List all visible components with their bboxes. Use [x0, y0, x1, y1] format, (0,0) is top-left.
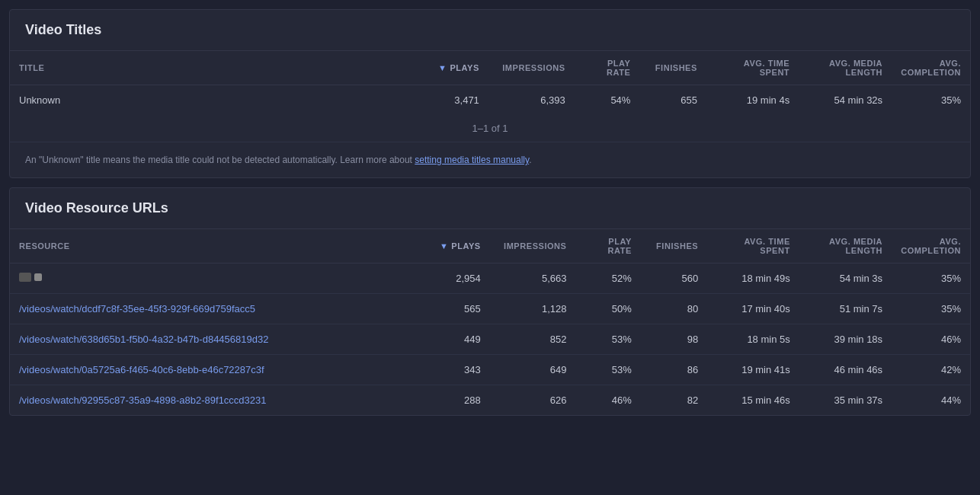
- video-titles-heading: Video Titles: [10, 10, 970, 51]
- cell-avg-media-length: 54 min 3s: [799, 263, 892, 294]
- cell-playrate: 50%: [576, 294, 641, 324]
- cell-avg-media-length: 54 min 32s: [799, 85, 892, 116]
- cell-impressions: 6,393: [488, 85, 575, 116]
- url-col-header-finishes: FINISHES: [641, 229, 707, 263]
- cell-avg-time-spent: 18 min 5s: [707, 324, 799, 355]
- table-row: /videos/watch/638d65b1-f5b0-4a32-b47b-d8…: [10, 324, 970, 355]
- cell-finishes: 655: [639, 85, 706, 116]
- cell-avg-time-spent: 17 min 40s: [707, 294, 799, 324]
- col-header-playrate: PLAY RATE: [575, 51, 640, 85]
- cell-avg-media-length: 35 min 37s: [799, 385, 892, 416]
- col-header-avg-media-length: AVG. MEDIA LENGTH: [799, 51, 892, 85]
- cell-impressions: 852: [490, 324, 576, 355]
- cell-playrate: 52%: [576, 263, 641, 294]
- cell-avg-completion: 46%: [892, 324, 970, 355]
- cell-avg-time-spent: 18 min 49s: [707, 263, 799, 294]
- cell-avg-time-spent: 19 min 4s: [706, 85, 799, 116]
- cell-impressions: 649: [490, 355, 576, 385]
- pagination-text: 1–1 of 1: [10, 115, 970, 142]
- cell-finishes: 82: [641, 385, 707, 416]
- cell-avg-completion: 35%: [892, 85, 970, 116]
- play-icon: [34, 273, 42, 281]
- cell-resource[interactable]: /videos/watch/638d65b1-f5b0-4a32-b47b-d8…: [10, 324, 415, 355]
- cell-plays: 565: [415, 294, 489, 324]
- cell-playrate: 54%: [575, 85, 640, 116]
- col-header-avg-time-spent: AVG. TIME SPENT: [706, 51, 799, 85]
- table-row: /videos/watch/92955c87-35a9-4898-a8b2-89…: [10, 385, 970, 416]
- cell-avg-completion: 44%: [892, 385, 970, 416]
- table-row: /videos/watch/dcdf7c8f-35ee-45f3-929f-66…: [10, 294, 970, 324]
- cell-playrate: 53%: [576, 324, 641, 355]
- cell-finishes: 560: [641, 263, 707, 294]
- col-header-plays[interactable]: ▼PLAYS: [414, 51, 488, 85]
- cell-avg-completion: 42%: [892, 355, 970, 385]
- cell-avg-media-length: 39 min 18s: [799, 324, 892, 355]
- cell-finishes: 98: [641, 324, 707, 355]
- video-titles-body: Unknown 3,471 6,393 54% 655 19 min 4s 54…: [10, 85, 970, 116]
- cell-avg-completion: 35%: [892, 263, 970, 294]
- video-titles-section: Video Titles TITLE ▼PLAYS IMPRESSIONS PL…: [9, 9, 971, 178]
- video-titles-header-row: TITLE ▼PLAYS IMPRESSIONS PLAY RATE FINIS…: [10, 51, 970, 85]
- cell-avg-time-spent: 15 min 46s: [707, 385, 799, 416]
- cell-plays: 343: [415, 355, 489, 385]
- sort-icon: ▼: [438, 63, 447, 72]
- cell-plays: 3,471: [414, 85, 488, 116]
- pagination-row: 1–1 of 1: [10, 115, 970, 142]
- cell-finishes: 80: [641, 294, 707, 324]
- cell-avg-media-length: 46 min 46s: [799, 355, 892, 385]
- video-titles-table: TITLE ▼PLAYS IMPRESSIONS PLAY RATE FINIS…: [10, 51, 970, 142]
- url-col-header-playrate: PLAY RATE: [576, 229, 641, 263]
- col-header-title: TITLE: [10, 51, 414, 85]
- cell-impressions: 5,663: [490, 263, 576, 294]
- cell-resource[interactable]: /videos/watch/dcdf7c8f-35ee-45f3-929f-66…: [10, 294, 415, 324]
- table-row: Unknown 3,471 6,393 54% 655 19 min 4s 54…: [10, 85, 970, 116]
- url-col-header-avg-completion: AVG. COMPLETION: [892, 229, 970, 263]
- info-row: An "Unknown" title means the media title…: [10, 142, 970, 177]
- table-row: 2,954 5,663 52% 560 18 min 49s 54 min 3s…: [10, 263, 970, 294]
- resource-icon: [19, 273, 42, 282]
- col-header-avg-completion: AVG. COMPLETION: [892, 51, 970, 85]
- url-col-header-resource: RESOURCE: [10, 229, 415, 263]
- info-link[interactable]: setting media titles manually: [415, 155, 529, 165]
- url-col-header-plays[interactable]: ▼PLAYS: [415, 229, 489, 263]
- cell-resource[interactable]: /videos/watch/92955c87-35a9-4898-a8b2-89…: [10, 385, 415, 416]
- table-row: /videos/watch/0a5725a6-f465-40c6-8ebb-e4…: [10, 355, 970, 385]
- col-header-impressions: IMPRESSIONS: [488, 51, 575, 85]
- video-icon: [19, 273, 31, 282]
- cell-resource[interactable]: /videos/watch/0a5725a6-f465-40c6-8ebb-e4…: [10, 355, 415, 385]
- url-col-header-impressions: IMPRESSIONS: [490, 229, 576, 263]
- url-col-header-avg-time-spent: AVG. TIME SPENT: [707, 229, 799, 263]
- video-urls-body: 2,954 5,663 52% 560 18 min 49s 54 min 3s…: [10, 263, 970, 416]
- cell-avg-media-length: 51 min 7s: [799, 294, 892, 324]
- col-header-finishes: FINISHES: [639, 51, 706, 85]
- cell-avg-time-spent: 19 min 41s: [707, 355, 799, 385]
- video-urls-section: Video Resource URLs RESOURCE ▼PLAYS IMPR…: [9, 187, 971, 416]
- cell-plays: 449: [415, 324, 489, 355]
- cell-plays: 2,954: [415, 263, 489, 294]
- video-urls-table: RESOURCE ▼PLAYS IMPRESSIONS PLAY RATE FI…: [10, 229, 970, 415]
- cell-plays: 288: [415, 385, 489, 416]
- video-urls-header-row: RESOURCE ▼PLAYS IMPRESSIONS PLAY RATE FI…: [10, 229, 970, 263]
- video-urls-heading: Video Resource URLs: [10, 188, 970, 229]
- cell-impressions: 1,128: [490, 294, 576, 324]
- cell-avg-completion: 35%: [892, 294, 970, 324]
- cell-finishes: 86: [641, 355, 707, 385]
- sort-icon: ▼: [440, 241, 448, 251]
- url-col-header-avg-media-length: AVG. MEDIA LENGTH: [799, 229, 892, 263]
- cell-resource: [10, 263, 415, 294]
- cell-impressions: 626: [490, 385, 576, 416]
- cell-title: Unknown: [10, 85, 414, 116]
- cell-playrate: 46%: [576, 385, 641, 416]
- cell-playrate: 53%: [576, 355, 641, 385]
